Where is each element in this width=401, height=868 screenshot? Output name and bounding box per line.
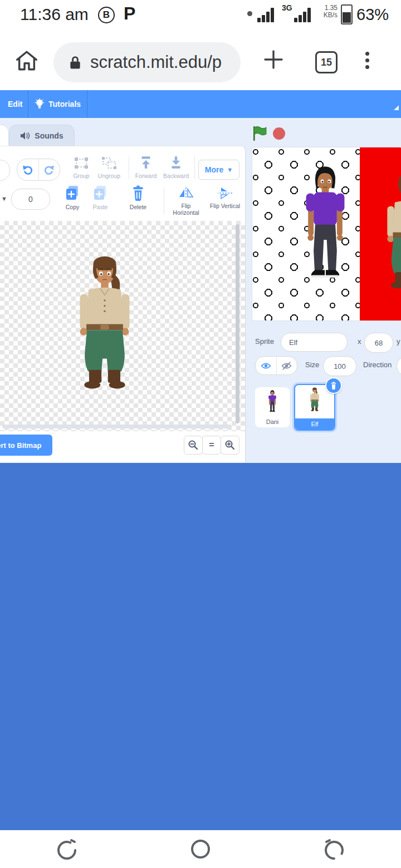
- menu-cut-icon: [393, 105, 400, 111]
- x-label: x: [358, 337, 361, 346]
- group-icon: [74, 156, 89, 170]
- speaker-icon: [20, 131, 30, 140]
- scratch-menu-bar: Edit Tutorials: [0, 90, 401, 118]
- delete-sprite-button[interactable]: [325, 377, 342, 394]
- battery-percent: 63%: [356, 0, 389, 29]
- eye-icon: [261, 362, 271, 370]
- size-input[interactable]: 100: [323, 356, 356, 376]
- stage-column: Sprite Elf x 68 y: [252, 118, 401, 463]
- tab-switcher-button[interactable]: 15: [315, 51, 338, 73]
- eye-slash-icon: [281, 362, 292, 370]
- url-text: scratch.mit.edu/p: [90, 52, 222, 72]
- page-background: [0, 463, 401, 830]
- new-tab-button[interactable]: [262, 48, 285, 73]
- y-label: y: [397, 337, 400, 346]
- hide-button[interactable]: [277, 357, 297, 374]
- tab-costumes-cut[interactable]: [0, 125, 9, 146]
- browser-menu-button[interactable]: [365, 49, 369, 72]
- phone-screen: 11:36 am B P 3G 1.35 KB/s 63% sc: [0, 0, 401, 868]
- zoom-out-button[interactable]: [184, 436, 203, 455]
- convert-to-bitmap-button[interactable]: Convert to Bitmap: [0, 435, 52, 456]
- notification-p-icon: P: [124, 3, 135, 24]
- selected-sprite-name: Elf: [295, 418, 334, 430]
- zoom-reset-button[interactable]: =: [202, 436, 221, 455]
- nav-home-icon: [188, 837, 213, 861]
- more-button[interactable]: More ▼: [198, 160, 239, 180]
- elf-costume-drawing[interactable]: [66, 252, 144, 413]
- paste-icon: [93, 185, 107, 201]
- delete-button[interactable]: Delete: [121, 185, 155, 210]
- ungroup-button[interactable]: Ungroup: [92, 156, 126, 179]
- android-nav-bar: [0, 830, 401, 868]
- redo-icon: [43, 164, 55, 175]
- direction-label: Direction: [363, 361, 392, 369]
- sprite-thumbnail-dani[interactable]: Dani: [255, 387, 290, 427]
- browser-toolbar: scratch.mit.edu/p 15: [0, 29, 401, 90]
- dani-thumb-image: [265, 389, 280, 417]
- home-icon: [14, 49, 39, 72]
- undo-redo-group: [17, 159, 60, 181]
- nav-recents-button[interactable]: [312, 834, 356, 865]
- paste-button[interactable]: Paste: [84, 185, 117, 210]
- show-button[interactable]: [256, 357, 276, 374]
- elf-thumb-image: [307, 387, 322, 416]
- kebab-icon: [365, 52, 369, 56]
- plus-icon: [262, 48, 285, 71]
- sprite-dani-on-stage[interactable]: [295, 163, 356, 304]
- sprite-name-input[interactable]: Elf: [281, 333, 348, 352]
- battery-icon: [341, 4, 353, 24]
- stage: [252, 147, 401, 321]
- x-position-input[interactable]: 68: [364, 333, 393, 353]
- home-button[interactable]: [14, 49, 39, 75]
- nav-back-button[interactable]: [45, 834, 89, 865]
- status-bar: 11:36 am B P 3G 1.35 KB/s 63%: [0, 0, 401, 29]
- nav-recents-icon: [322, 837, 346, 861]
- backward-button[interactable]: Backward: [159, 155, 193, 179]
- tutorials-menu[interactable]: Tutorials: [35, 90, 81, 118]
- ungroup-icon: [101, 156, 117, 170]
- network-type-label: 3G: [282, 3, 292, 12]
- zoom-in-button[interactable]: [221, 436, 239, 455]
- signal-bars-icon: [257, 8, 274, 22]
- chevron-down-icon: ▼: [227, 166, 233, 173]
- flip-horizontal-button[interactable]: Flip Horizontal: [169, 186, 203, 216]
- tab-count: 15: [321, 57, 332, 68]
- notification-dot-icon: [247, 11, 252, 16]
- paint-editor-panel: Group Ungroup Forward: [0, 146, 246, 462]
- lock-icon: [68, 54, 82, 71]
- copy-icon: [65, 185, 80, 201]
- network-speed-label: 1.35 KB/s: [313, 4, 338, 19]
- flip-vertical-button[interactable]: Flip Vertical: [208, 186, 242, 209]
- undo-icon: [22, 164, 34, 175]
- paint-canvas[interactable]: [0, 221, 245, 431]
- direction-input[interactable]: [397, 356, 401, 376]
- size-label: Size: [305, 361, 319, 369]
- flip-vertical-icon: [217, 186, 233, 200]
- layer-forward-icon: [140, 155, 152, 170]
- edit-menu[interactable]: Edit: [8, 90, 22, 118]
- sprite-thumb-name: Dani: [266, 418, 279, 425]
- lightbulb-icon: [35, 98, 45, 110]
- tab-sounds[interactable]: Sounds: [9, 125, 75, 146]
- visibility-toggle-group: [255, 356, 297, 375]
- sprite-elf-on-stage[interactable]: [376, 170, 401, 310]
- canvas-horizontal-scrollbar[interactable]: [2, 425, 232, 428]
- zoom-out-icon: [188, 440, 199, 451]
- signal-bars2-icon: [294, 8, 311, 22]
- zoom-in-icon: [224, 440, 236, 451]
- cutoff-control[interactable]: [0, 160, 10, 181]
- layer-backward-icon: [170, 155, 182, 170]
- sprite-label: Sprite: [255, 337, 274, 346]
- nav-back-icon: [55, 837, 79, 861]
- undo-button[interactable]: [17, 159, 38, 180]
- clock: 11:36 am: [20, 0, 89, 29]
- address-bar[interactable]: scratch.mit.edu/p: [53, 42, 241, 82]
- forward-button[interactable]: Forward: [129, 155, 163, 179]
- stroke-width-input[interactable]: 0: [11, 189, 50, 210]
- nav-home-button[interactable]: [178, 834, 223, 865]
- notification-b-icon: B: [98, 7, 115, 23]
- redo-button[interactable]: [39, 159, 60, 180]
- trash-icon: [131, 185, 145, 201]
- chevron-down-icon[interactable]: ▼: [1, 195, 7, 202]
- canvas-vertical-scrollbar[interactable]: [236, 224, 239, 423]
